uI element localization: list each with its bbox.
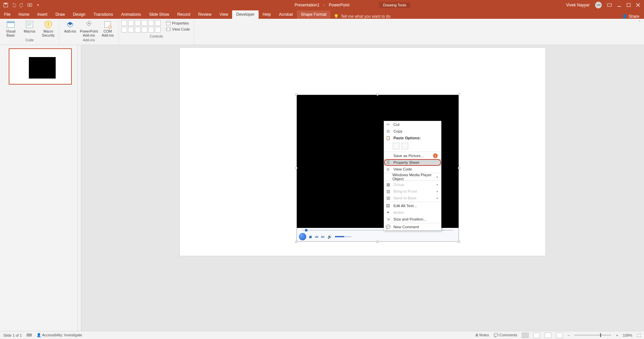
ctrl-spin-icon[interactable] [148,27,154,33]
redo-icon[interactable] [19,3,24,7]
zoom-slider[interactable] [574,335,611,336]
play-icon[interactable] [299,233,306,240]
ctrl-checkbox-icon[interactable] [155,20,161,26]
tell-me-search[interactable]: 💡 Tell me what you want to do [330,14,394,19]
paste-keep-source-icon[interactable] [393,143,399,149]
maximize-icon[interactable] [627,3,631,7]
ctrl-scrollbar-icon[interactable] [148,20,154,26]
undo-icon[interactable] [11,3,16,7]
macros-button[interactable]: Macros [21,20,38,34]
visual-basic-button[interactable]: Visual Basic [3,20,19,37]
slide-canvas-area[interactable]: ◼ ⏮ ⏭ 🔊 ✂Cut ⧉Copy [81,45,644,331]
comments-button[interactable]: 💬 Comments [494,333,517,337]
tab-insert[interactable]: Insert [33,10,51,19]
ctrl-commandbutton-icon[interactable] [135,20,141,26]
minimize-icon[interactable] [617,3,621,7]
ctx-view-code[interactable]: ⧈View Code [384,166,441,173]
ctx-size-position[interactable]: ⇲Size and Position... [384,216,441,223]
contextual-tool-label: Drawing Tools [379,2,410,8]
resize-handle[interactable] [295,167,298,169]
ctx-copy[interactable]: ⧉Copy [384,128,441,135]
share-button[interactable]: 👤 Share [618,14,644,19]
resize-handle[interactable] [458,93,460,96]
ppt-addins-label: PowerPoint Add-ins [80,30,98,37]
addins-button[interactable]: Add-ins [62,20,78,34]
ctrl-image-icon[interactable] [142,20,147,26]
tab-help[interactable]: Help [259,10,275,19]
start-icon[interactable] [28,3,32,7]
ctx-wmp-object[interactable]: Windows Media Player Object▸ [384,174,441,180]
slide-thumbnail-pane[interactable]: 1 [0,45,78,331]
zoom-out-icon[interactable]: − [568,333,570,337]
fit-to-window-icon[interactable]: ⛶ [637,333,641,337]
resize-handle[interactable] [295,241,298,243]
volume-slider[interactable] [335,236,352,237]
ctrl-list-icon[interactable] [135,27,141,33]
slide-counter[interactable]: Slide 1 of 1 [3,333,22,337]
sorter-view-icon[interactable] [533,333,540,338]
stop-icon[interactable]: ◼ [309,235,312,239]
ribbon-options-icon[interactable] [607,3,612,7]
tab-slideshow[interactable]: Slide Show [145,10,173,19]
ctx-property-sheet[interactable]: ☰Property Sheet [384,159,441,166]
addins-label: Add-ins [64,30,76,34]
zoom-in-icon[interactable]: + [616,333,618,337]
properties-button[interactable]: Properties [165,20,191,26]
tab-animations[interactable]: Animations [117,10,145,19]
reading-view-icon[interactable] [545,333,551,338]
close-icon[interactable] [636,3,640,7]
group-code: Visual Basic Macros ! Macro Security Cod… [0,19,59,45]
accessibility-status[interactable]: 👤 Accessibility: Investigate [37,333,82,337]
notes-button[interactable]: ≣ Notes [475,333,489,337]
next-icon[interactable]: ⏭ [321,235,325,239]
ctrl-toggle-icon[interactable] [142,27,147,33]
ctrl-textbox-icon[interactable] [128,20,134,26]
paste-picture-icon[interactable] [401,143,408,149]
title-sep: - [323,3,325,7]
tab-transitions[interactable]: Transitions [90,10,117,19]
tab-acrobat[interactable]: Acrobat [275,10,297,19]
slideshow-view-icon[interactable] [556,333,563,338]
macro-security-button[interactable]: ! Macro Security [40,20,56,37]
prev-icon[interactable]: ⏮ [315,235,318,239]
resize-handle[interactable] [458,167,460,169]
slide[interactable]: ◼ ⏮ ⏭ 🔊 ✂Cut ⧉Copy [180,48,545,256]
ctrl-option-icon[interactable] [121,27,127,33]
tab-developer[interactable]: Developer [232,10,259,19]
ctx-paste-options: 📋Paste Options: [384,135,441,141]
resize-handle[interactable] [376,241,379,243]
chevron-right-icon: ▸ [437,175,438,179]
powerpoint-addins-button[interactable]: PowerPoint Add-ins [81,20,97,37]
resize-handle[interactable] [295,93,298,96]
ctrl-more-icon[interactable] [155,27,161,33]
ctrl-label-icon[interactable] [121,20,127,26]
view-code-button[interactable]: View Code [165,26,191,32]
tab-review[interactable]: Review [194,10,215,19]
slide-thumbnail-1[interactable] [9,48,72,85]
ctx-edit-alt-text[interactable]: 🖼Edit Alt Text... [384,202,441,209]
com-addins-button[interactable]: COM Add-ins [100,20,116,37]
resize-handle[interactable] [376,93,379,96]
save-icon[interactable] [3,3,8,7]
ctx-new-comment[interactable]: 💬New Comment [384,224,441,230]
ctx-cut[interactable]: ✂Cut [384,121,441,128]
tab-design[interactable]: Design [69,10,89,19]
ctrl-combo-icon[interactable] [128,27,134,33]
collapse-ribbon-icon[interactable]: ˄ [635,19,644,45]
resize-handle[interactable] [458,241,460,243]
avatar[interactable]: VN [595,2,602,8]
tab-view[interactable]: View [215,10,232,19]
tab-file[interactable]: File [0,10,14,19]
normal-view-icon[interactable] [522,333,529,338]
doc-name: Presentation1 [294,3,319,7]
tab-home[interactable]: Home [14,10,33,19]
user-name: Vivek Nayyar [566,3,590,7]
tab-shape-format[interactable]: Shape Format [297,10,330,19]
tab-draw[interactable]: Draw [51,10,69,19]
language-icon[interactable]: ⌨ [26,333,32,337]
qat-dropdown-icon[interactable]: ▾ [36,3,40,7]
zoom-value[interactable]: 109% [623,333,632,337]
ctx-save-as-picture[interactable]: Save as Picture...1 [384,152,441,159]
tab-record[interactable]: Record [173,10,194,19]
mute-icon[interactable]: 🔊 [327,235,332,239]
